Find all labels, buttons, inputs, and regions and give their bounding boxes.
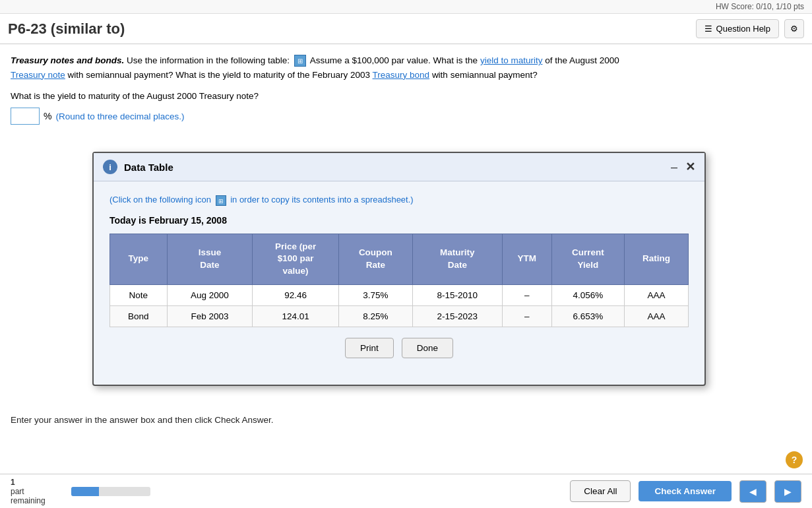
table-cell: Note — [110, 285, 168, 306]
modal-controls: – ✕ — [671, 160, 695, 174]
progress-bar-fill — [71, 487, 99, 496]
table-cell: AAA — [624, 285, 688, 306]
data-table: Type IssueDate Price (per$100 parvalue) … — [109, 234, 689, 328]
table-cell: 8.25% — [338, 306, 412, 327]
table-cell: – — [502, 306, 551, 327]
answer-input-line: % (Round to three decimal places.) — [11, 108, 801, 125]
done-button[interactable]: Done — [402, 338, 453, 358]
part-info: 1 part remaining — [11, 478, 63, 505]
table-cell: 4.056% — [551, 285, 624, 306]
close-button[interactable]: ✕ — [685, 160, 695, 174]
table-cell: Aug 2000 — [167, 285, 253, 306]
date-line: Today is February 15, 2008 — [109, 215, 689, 226]
settings-button[interactable]: ⚙ — [784, 19, 804, 38]
modal-footer: Print Done — [109, 327, 689, 371]
modal-title: Data Table — [124, 162, 671, 173]
modal-body: (Click on the following icon ⊞ in order … — [94, 181, 704, 385]
answer-input[interactable] — [11, 108, 40, 125]
spreadsheet-copy-icon[interactable]: ⊞ — [216, 195, 226, 206]
list-icon: ☰ — [704, 24, 712, 34]
bold-intro: Treasury notes and bonds. — [11, 55, 124, 65]
link-treasury-note[interactable]: Treasury note — [11, 70, 65, 80]
part-label: part — [11, 487, 63, 496]
modal-header: i Data Table – ✕ — [94, 153, 704, 181]
question-help-button[interactable]: ☰ Question Help — [696, 19, 779, 38]
progress-bar — [71, 487, 150, 496]
table-cell: 8-15-2010 — [412, 285, 502, 306]
data-table-modal: i Data Table – ✕ (Click on the following… — [92, 152, 706, 386]
col-price: Price (per$100 parvalue) — [253, 234, 339, 285]
table-cell: 6.653% — [551, 306, 624, 327]
text2: with semiannual payment? What is the yie… — [68, 70, 373, 80]
question-help-label: Question Help — [716, 24, 770, 34]
problem-title: P6-23 (similar to) — [8, 20, 696, 38]
col-coupon-rate: CouponRate — [338, 234, 412, 285]
col-ytm: YTM — [502, 234, 551, 285]
prev-button[interactable]: ◀ — [739, 480, 766, 503]
remaining-label: remaining — [11, 496, 63, 505]
main-content: Treasury notes and bonds. Use the inform… — [0, 44, 812, 438]
table-row: BondFeb 2003124.018.25%2-15-2023–6.653%A… — [110, 306, 689, 327]
col-maturity-date: MaturityDate — [412, 234, 502, 285]
table-cell: 3.75% — [338, 285, 412, 306]
col-type: Type — [110, 234, 168, 285]
table-cell: 2-15-2023 — [412, 306, 502, 327]
table-cell: 124.01 — [253, 306, 339, 327]
minimize-button[interactable]: – — [671, 161, 677, 173]
question-line: What is the yield to maturity of the Aug… — [11, 91, 801, 101]
percent-symbol: % — [44, 111, 51, 121]
assume-text: Assume a $100,000 par value. What is the — [310, 55, 478, 65]
link-treasury-bond[interactable]: Treasury bond — [373, 70, 430, 80]
table-row: NoteAug 200092.463.75%8-15-2010–4.056%AA… — [110, 285, 689, 306]
info-icon: i — [103, 160, 117, 174]
top-bar-right: ☰ Question Help ⚙ — [696, 19, 804, 38]
bottom-bar: 1 part remaining Clear All Check Answer … — [0, 474, 812, 508]
link-yield-to-maturity[interactable]: yield to maturity — [480, 55, 543, 65]
answer-instructions: Enter your answer in the answer box and … — [11, 415, 801, 425]
next-button[interactable]: ▶ — [774, 480, 801, 503]
score-bar: HW Score: 0/10, 1/10 pts — [0, 0, 812, 14]
spreadsheet-icon-inline[interactable]: ⊞ — [294, 55, 306, 67]
spreadsheet-note: (Click on the following icon ⊞ in order … — [109, 195, 689, 206]
col-current-yield: CurrentYield — [551, 234, 624, 285]
table-cell: – — [502, 285, 551, 306]
col-issue-date: IssueDate — [167, 234, 253, 285]
text3: with semiannual payment? — [432, 70, 538, 80]
intro-text: Use the information in the following tab… — [127, 55, 290, 65]
table-cell: AAA — [624, 306, 688, 327]
middle-text: of the August 2000 — [545, 55, 619, 65]
table-cell: Bond — [110, 306, 168, 327]
part-number: 1 — [11, 478, 63, 487]
round-note: (Round to three decimal places.) — [55, 111, 184, 121]
problem-text: Treasury notes and bonds. Use the inform… — [11, 53, 801, 82]
clear-all-button[interactable]: Clear All — [570, 480, 631, 502]
table-cell: 92.46 — [253, 285, 339, 306]
top-bar: P6-23 (similar to) ☰ Question Help ⚙ — [0, 14, 812, 44]
gear-icon: ⚙ — [790, 24, 798, 34]
score-text: HW Score: 0/10, 1/10 pts — [716, 2, 804, 11]
table-cell: Feb 2003 — [167, 306, 253, 327]
help-circle-icon[interactable]: ? — [786, 451, 803, 468]
check-answer-button[interactable]: Check Answer — [639, 481, 732, 501]
col-rating: Rating — [624, 234, 688, 285]
print-button[interactable]: Print — [345, 338, 394, 358]
